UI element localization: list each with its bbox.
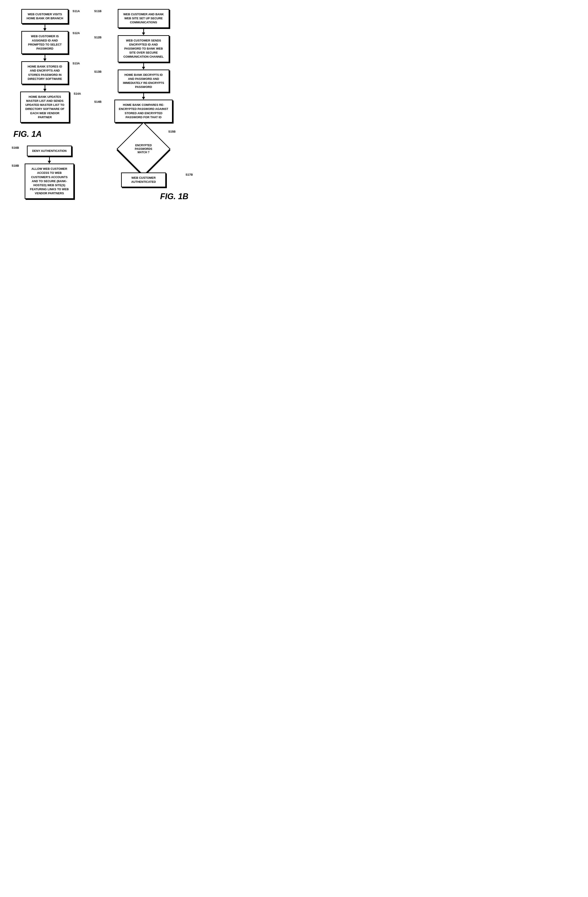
arrow-1a-1 — [44, 24, 45, 29]
box-s14b: HOME BANK COMPARES RE-ENCRYPTED PASSWORD… — [114, 99, 173, 123]
box-s12b: WEB CUSTOMER SENDS ENCRYPTED ID AND PASS… — [118, 35, 169, 62]
box-s13b: HOME BANK DECRYPTS ID AND PASSWORD AND I… — [118, 69, 169, 93]
label-s12b: S12B — [94, 36, 102, 39]
label-s11b: S11B — [94, 9, 102, 13]
box-s11b: WEB CUSTOMER AND BANK WEB SITE SET UP SE… — [118, 9, 169, 28]
arrow-s16b-down — [49, 156, 50, 161]
box-s11a: WEB CUSTOMER VISITS HOME BANK OR BRANCH … — [21, 9, 68, 24]
box-s16b: DENY AUTHENTICATION — [27, 145, 72, 156]
box-s13a: HOME BANK STORES ID AND ENCRYPTS AND STO… — [21, 61, 68, 84]
label-s14b: S14B — [94, 100, 102, 103]
label-s13a: S13A — [72, 61, 80, 66]
arrow-1b-3 — [143, 92, 144, 97]
label-s16b-left: S16B — [12, 146, 19, 149]
label-s15b: S15B — [168, 130, 176, 133]
fig1b-label: FIG. 1B — [160, 192, 188, 201]
fig1a-label: FIG. 1A — [14, 129, 42, 139]
arrow-1b-1 — [143, 28, 144, 33]
arrow-1a-3 — [44, 84, 45, 89]
label-s13b: S13B — [94, 70, 102, 73]
label-s11a: S11A — [72, 9, 80, 13]
label-s17b: S17B — [185, 173, 193, 176]
label-s18b: S18B — [12, 164, 19, 167]
box-s12a: WEB CUSTOMER IS ASSIGNED ID AND PROMPTED… — [21, 31, 68, 54]
box-s17b: WEB CUSTOMER AUTHENTICATED — [121, 173, 166, 187]
label-s12a: S12A — [72, 31, 80, 35]
box-s14a: HOME BANK UPDATES MASTER LIST AND SENDS … — [20, 92, 69, 123]
label-s14a: S14A — [74, 92, 81, 96]
arrow-1b-2 — [143, 62, 144, 67]
arrow-1a-2 — [44, 54, 45, 59]
box-s18b: ALLOW WEB CUSTOMER ACCESS TO WEB CUSTOME… — [24, 164, 74, 199]
